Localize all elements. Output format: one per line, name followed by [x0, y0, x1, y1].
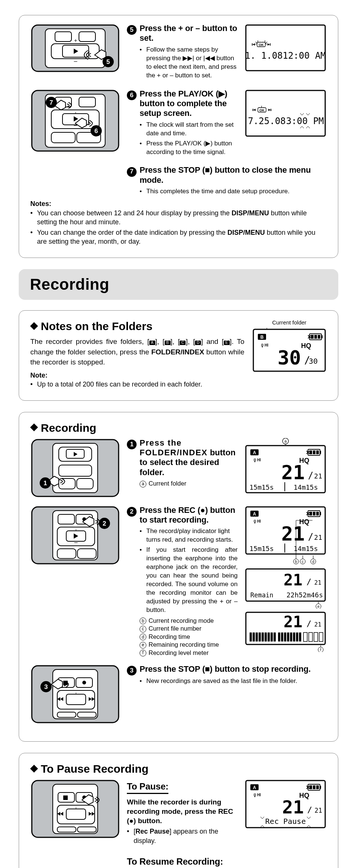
notes-heading: Notes: [30, 200, 327, 208]
setup-notes: You can choose between 12 and 24 hour di… [30, 209, 327, 246]
svg-text:HQ: HQ [301, 342, 311, 350]
svg-rect-11 [246, 25, 325, 71]
svg-rect-144 [253, 632, 255, 641]
svg-rect-50 [318, 335, 320, 339]
svg-text:HI: HI [257, 793, 261, 797]
device-rec3: + 3 [30, 664, 120, 724]
step5-bullets: Follow the same steps by pressing the ▶▶… [127, 46, 238, 80]
device-rec2: + – 2 [30, 505, 120, 565]
rec-step-number-2: 2 [127, 507, 137, 517]
svg-rect-203 [309, 785, 312, 789]
svg-rect-48 [311, 335, 314, 339]
lcd-rec2-stack: A 🎙HI HQ 21 / 21 15m15s 14m15s [244, 505, 327, 652]
rec-step3-title: 3 Press the STOP (■) button to stop reco… [127, 664, 327, 675]
step-number-7: 7 [127, 167, 137, 177]
current-folder-label: Current folder [252, 319, 327, 326]
svg-text:21: 21 [282, 797, 304, 818]
svg-rect-77 [316, 450, 319, 454]
svg-rect-187 [63, 795, 68, 800]
svg-text:3: 3 [44, 683, 48, 690]
svg-rect-106 [309, 512, 312, 515]
rec-step-2: + – 2 2 Press the REC (●) [30, 505, 327, 657]
svg-rect-154 [284, 632, 286, 641]
svg-text:a: a [284, 439, 287, 443]
folder-note: Up to a total of 200 files can be record… [30, 380, 244, 389]
svg-text:A: A [253, 785, 256, 790]
svg-text:Remain: Remain [250, 591, 273, 599]
svg-rect-192 [66, 809, 86, 819]
svg-text:/: / [308, 470, 313, 481]
svg-text:30: 30 [309, 357, 318, 366]
svg-text:d: d [312, 560, 314, 564]
svg-rect-158 [296, 632, 298, 641]
svg-rect-15 [252, 43, 253, 46]
svg-text:A: A [253, 450, 256, 455]
lcd-5: OK 1. 1.08 12:00 AM [244, 24, 327, 72]
device-illus-5: + – 5 [30, 24, 120, 73]
svg-text:b: b [295, 560, 297, 564]
svg-rect-76 [313, 450, 315, 454]
svg-rect-152 [278, 632, 280, 641]
rec-step-3: + 3 3 Press the STOP (■) [30, 664, 327, 724]
folders-intro: The recorder provides five folders, [A],… [30, 336, 244, 367]
svg-rect-170 [63, 681, 68, 685]
folders-heading: Notes on the Folders [30, 319, 244, 333]
svg-text:21: 21 [314, 579, 321, 586]
rec-step3-bullets: New recordings are saved as the last fil… [127, 677, 327, 686]
svg-rect-153 [281, 632, 283, 641]
svg-text:e: e [317, 604, 320, 609]
pause-box: To Pause Recording + [19, 753, 338, 868]
pause-bullet: [Rec Pause] appears on the display. [127, 827, 238, 845]
svg-rect-151 [274, 632, 276, 641]
svg-rect-204 [313, 785, 315, 789]
svg-rect-22 [79, 97, 95, 107]
to-resume-heading: To Resume Recording: [127, 856, 223, 868]
step-7: 7 Press the STOP (■) button to close the… [127, 165, 327, 196]
svg-text:/: / [306, 619, 311, 628]
rec-step-1: 1 1 Press the FOLDER/INDEX button to sel… [30, 438, 327, 498]
device-rec1: 1 [30, 438, 120, 498]
svg-rect-146 [259, 632, 261, 641]
svg-text:f: f [320, 648, 321, 652]
step-6: + – 7 [30, 89, 327, 158]
svg-text:HI: HI [257, 519, 261, 523]
svg-text:7: 7 [49, 99, 53, 106]
svg-rect-159 [299, 632, 301, 641]
svg-rect-206 [320, 786, 321, 789]
svg-text:12:00 AM: 12:00 AM [283, 50, 326, 61]
svg-rect-180 [57, 712, 76, 717]
lcd-pause: A 🎙HI HQ 21 / 21 Rec Pause [244, 779, 327, 831]
pause-heading: To Pause Recording [30, 761, 327, 776]
svg-point-172 [82, 681, 86, 684]
svg-text:/: / [307, 805, 312, 815]
svg-rect-40 [271, 109, 271, 111]
svg-text:15m15s: 15m15s [249, 483, 274, 491]
svg-rect-2 [55, 32, 71, 41]
step5-title: 5 Press the + or – button to set. [127, 24, 238, 43]
lcd-rec1: a A 🎙HI HQ 21 / 21 15m15s 14m15 [244, 438, 327, 494]
rec-step-number-3: 3 [127, 666, 137, 675]
svg-text:HI: HI [257, 458, 261, 462]
setup-box: + – 5 5 Press the + o [19, 15, 338, 258]
recording-box: Recording 1 [19, 412, 338, 742]
step7-bullets: This completes the time and date setup p… [127, 187, 327, 196]
step-number-5: 5 [127, 25, 137, 35]
svg-rect-75 [309, 450, 312, 454]
svg-text:B: B [260, 335, 264, 340]
svg-text:HI: HI [265, 343, 268, 347]
svg-text:OK: OK [259, 108, 265, 112]
rec-step2-title: 2 Press the REC (●) button to start reco… [127, 505, 238, 525]
lcd5-date: 1. 1.08 [245, 50, 283, 61]
svg-rect-78 [320, 451, 321, 454]
svg-text:/: / [306, 577, 311, 587]
lcd-6: OK 7.25.08 3:00 PM [244, 89, 327, 138]
svg-text:/: / [308, 532, 313, 542]
svg-rect-147 [262, 632, 264, 641]
svg-text:2: 2 [103, 520, 106, 527]
svg-text:21: 21 [314, 472, 322, 480]
svg-rect-150 [271, 632, 273, 641]
svg-text:c: c [302, 560, 304, 564]
svg-text:5: 5 [106, 58, 110, 65]
svg-text:21: 21 [281, 523, 305, 545]
svg-text:22h52m46s: 22h52m46s [286, 591, 323, 599]
